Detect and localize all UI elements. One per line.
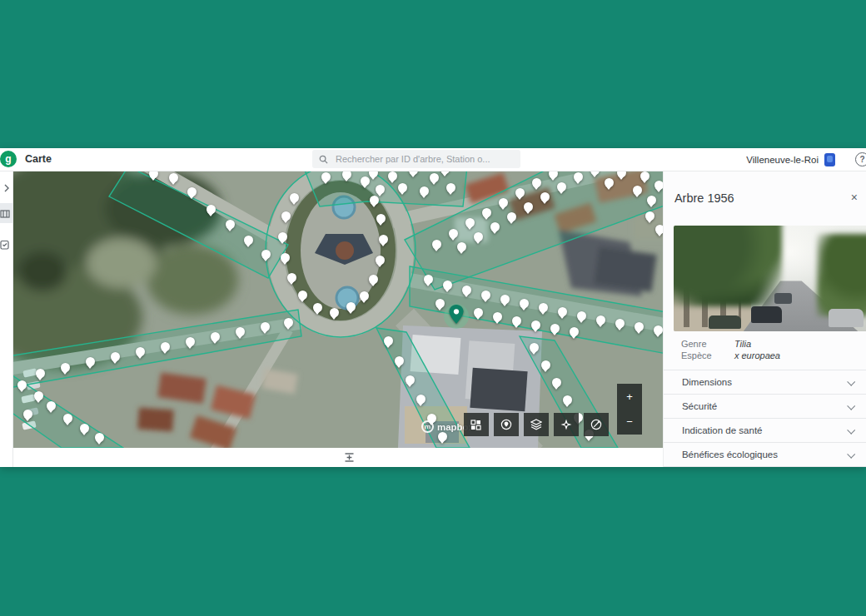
tree-marker[interactable] xyxy=(449,229,458,238)
tree-marker[interactable] xyxy=(462,286,471,295)
tree-marker[interactable] xyxy=(136,347,145,356)
tree-marker[interactable] xyxy=(512,316,521,325)
tree-marker[interactable] xyxy=(539,303,548,312)
tree-marker[interactable] xyxy=(278,232,287,241)
section-benefices-ecologiques[interactable]: Bénéfices écologiques xyxy=(664,443,866,467)
tree-marker[interactable] xyxy=(482,208,491,217)
tree-marker[interactable] xyxy=(420,186,429,196)
tree-marker[interactable] xyxy=(550,324,560,333)
tree-marker[interactable] xyxy=(298,291,307,300)
tree-marker[interactable] xyxy=(446,183,455,192)
tree-marker[interactable] xyxy=(290,193,299,202)
tree-marker[interactable] xyxy=(342,171,351,179)
tree-marker[interactable] xyxy=(61,363,70,372)
locate-button[interactable] xyxy=(554,413,579,436)
tree-marker[interactable] xyxy=(574,172,583,181)
tree-marker[interactable] xyxy=(540,192,550,201)
tree-marker[interactable] xyxy=(34,391,43,400)
section-dimensions[interactable]: Dimensions xyxy=(664,370,866,395)
tree-marker[interactable] xyxy=(577,311,586,320)
tree-marker[interactable] xyxy=(457,242,466,251)
tree-marker[interactable] xyxy=(321,172,331,181)
tree-marker[interactable] xyxy=(654,181,663,190)
tree-marker[interactable] xyxy=(284,318,293,327)
tree-marker[interactable] xyxy=(549,171,558,178)
tree-marker[interactable] xyxy=(635,322,644,331)
tree-marker[interactable] xyxy=(244,236,253,245)
tree-marker[interactable] xyxy=(654,325,663,335)
tree-marker[interactable] xyxy=(388,171,397,181)
tree-marker[interactable] xyxy=(261,322,270,331)
tree-marker[interactable] xyxy=(570,327,579,336)
tree-marker[interactable] xyxy=(86,357,95,366)
marker-circle-button[interactable] xyxy=(494,413,519,436)
tree-marker[interactable] xyxy=(432,240,441,249)
tree-marker[interactable] xyxy=(524,202,533,211)
tree-marker[interactable] xyxy=(346,302,356,311)
tree-marker[interactable] xyxy=(211,332,220,341)
tree-marker[interactable] xyxy=(287,273,296,282)
tree-marker[interactable] xyxy=(424,275,433,284)
tree-marker[interactable] xyxy=(187,187,197,196)
tree-marker[interactable] xyxy=(530,343,539,352)
compass-button[interactable] xyxy=(584,413,609,436)
tree-marker[interactable] xyxy=(563,395,572,405)
city-crest-icon[interactable] xyxy=(824,153,835,166)
tree-marker[interactable] xyxy=(590,171,600,175)
tree-marker[interactable] xyxy=(36,369,45,378)
tree-marker[interactable] xyxy=(226,220,235,229)
help-button[interactable]: ? xyxy=(855,152,866,166)
close-button[interactable]: × xyxy=(851,191,858,203)
tree-marker[interactable] xyxy=(370,196,379,205)
tree-marker[interactable] xyxy=(207,205,216,214)
tree-marker[interactable] xyxy=(47,401,56,410)
zoom-in-button[interactable]: + xyxy=(617,384,642,410)
search-box[interactable] xyxy=(312,150,520,168)
resize-handle-icon[interactable] xyxy=(344,452,355,463)
tree-marker[interactable] xyxy=(481,291,490,300)
layers-button[interactable] xyxy=(524,413,549,436)
tree-marker[interactable] xyxy=(615,319,625,328)
tree-marker[interactable] xyxy=(384,336,393,345)
tree-marker[interactable] xyxy=(95,433,104,442)
tree-marker[interactable] xyxy=(416,395,426,404)
tree-marker[interactable] xyxy=(531,320,540,330)
tree-marker[interactable] xyxy=(558,307,567,316)
tree-marker[interactable] xyxy=(647,196,656,205)
tree-marker[interactable] xyxy=(169,173,178,182)
tree-marker[interactable] xyxy=(330,308,339,317)
tree-marker[interactable] xyxy=(465,218,475,227)
zoom-out-button[interactable]: − xyxy=(617,410,642,435)
section-securite[interactable]: Sécurité xyxy=(664,395,866,419)
tree-marker[interactable] xyxy=(186,337,195,346)
tree-marker[interactable] xyxy=(369,171,378,177)
tree-marker[interactable] xyxy=(655,225,663,234)
tree-marker[interactable] xyxy=(443,281,452,290)
tree-marker[interactable] xyxy=(376,256,385,265)
tree-marker[interactable] xyxy=(23,410,32,419)
tree-marker[interactable] xyxy=(236,327,245,336)
tree-marker[interactable] xyxy=(313,303,322,312)
tree-marker[interactable] xyxy=(557,182,566,191)
tree-photo[interactable] xyxy=(674,226,866,331)
tree-marker[interactable] xyxy=(360,291,369,301)
tree-marker[interactable] xyxy=(500,295,510,304)
tree-marker[interactable] xyxy=(376,214,386,223)
selected-tree-marker[interactable] xyxy=(442,302,470,330)
tree-marker[interactable] xyxy=(507,212,516,221)
tree-marker[interactable] xyxy=(369,275,378,284)
tree-marker[interactable] xyxy=(376,185,385,194)
tree-marker[interactable] xyxy=(633,186,642,195)
tree-marker[interactable] xyxy=(281,253,290,262)
tree-marker[interactable] xyxy=(149,171,158,178)
sidebar-item-stations[interactable] xyxy=(0,203,12,223)
tree-marker[interactable] xyxy=(438,432,447,441)
tree-marker[interactable] xyxy=(617,171,626,177)
map-canvas[interactable]: m mapbox xyxy=(13,171,663,448)
tree-marker[interactable] xyxy=(499,198,508,207)
tree-marker[interactable] xyxy=(490,222,500,231)
tree-marker[interactable] xyxy=(474,308,483,317)
tree-marker[interactable] xyxy=(409,171,418,175)
sidebar-expand-button[interactable] xyxy=(0,178,12,198)
tree-marker[interactable] xyxy=(398,183,407,192)
